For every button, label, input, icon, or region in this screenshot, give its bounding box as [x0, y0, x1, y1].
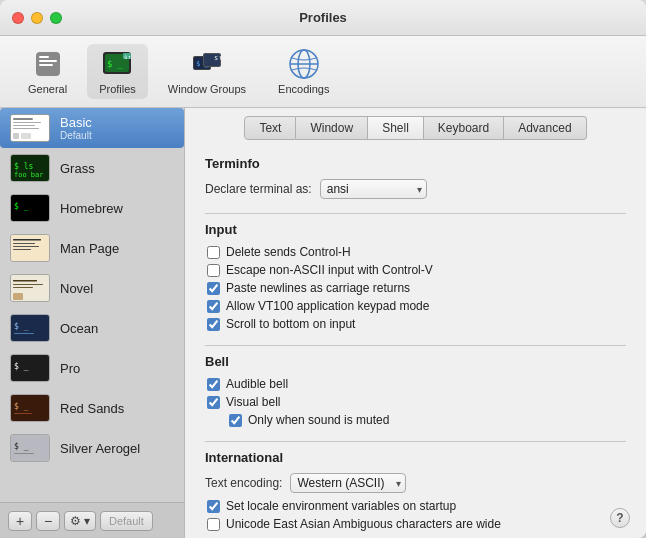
add-profile-button[interactable]: + — [8, 511, 32, 531]
unicode-asian-checkbox[interactable] — [207, 518, 220, 531]
svg-rect-34 — [13, 249, 31, 250]
profile-info-silveraerogel: Silver Aerogel — [60, 441, 140, 456]
minimize-button[interactable] — [31, 12, 43, 24]
window: Profiles General $ _ — [0, 0, 646, 538]
help-button[interactable]: ? — [610, 508, 630, 528]
toolbar-item-profiles[interactable]: $ _ s↑ Profiles — [87, 44, 148, 99]
toolbar: General $ _ s↑ Profiles $ _ — [0, 36, 646, 108]
profile-info-novel: Novel — [60, 281, 93, 296]
profile-name-ocean: Ocean — [60, 321, 98, 336]
window-groups-icon: $ _ s↑ — [191, 48, 223, 80]
profile-name-basic: Basic — [60, 115, 92, 130]
svg-rect-36 — [13, 280, 37, 282]
svg-text:$ _: $ _ — [14, 202, 29, 211]
profile-name-silveraerogel: Silver Aerogel — [60, 441, 140, 456]
encoding-label: Text encoding: — [205, 476, 282, 490]
svg-rect-22 — [13, 128, 39, 129]
svg-rect-3 — [39, 64, 53, 66]
svg-text:s↑: s↑ — [214, 54, 222, 62]
set-locale-checkbox[interactable] — [207, 500, 220, 513]
bell-section: Bell Audible bell Visual bell Only when … — [205, 354, 626, 427]
traffic-lights — [12, 12, 62, 24]
profile-item-silveraerogel[interactable]: $ _ Silver Aerogel — [0, 428, 184, 468]
declare-terminal-select[interactable]: ansi xterm xterm-256color vt100 — [320, 179, 427, 199]
title-bar: Profiles — [0, 0, 646, 36]
svg-text:$ _: $ _ — [14, 322, 29, 331]
toolbar-item-general[interactable]: General — [16, 44, 79, 99]
svg-text:$ _: $ _ — [14, 442, 29, 451]
checkbox-row-unicode-asian: Unicode East Asian Ambiguous characters … — [205, 517, 626, 531]
svg-rect-24 — [21, 133, 31, 139]
tab-keyboard[interactable]: Keyboard — [424, 116, 504, 140]
profile-item-novel[interactable]: Novel — [0, 268, 184, 308]
visual-bell-label: Visual bell — [226, 395, 280, 409]
svg-text:$ _: $ _ — [14, 402, 29, 411]
profile-info-homebrew: Homebrew — [60, 201, 123, 216]
main-panel: Text Window Shell Keyboard Advanced Term… — [185, 108, 646, 538]
tab-shell[interactable]: Shell — [368, 116, 424, 140]
profile-thumbnail-silveraerogel: $ _ — [10, 434, 50, 462]
only-muted-checkbox[interactable] — [229, 414, 242, 427]
paste-newlines-label: Paste newlines as carriage returns — [226, 281, 410, 295]
profile-item-manpage[interactable]: Man Page — [0, 228, 184, 268]
svg-rect-33 — [13, 246, 39, 247]
encoding-select[interactable]: Western (ASCII) Unicode (UTF-8) Japanese… — [290, 473, 406, 493]
audible-bell-checkbox[interactable] — [207, 378, 220, 391]
bell-title: Bell — [205, 354, 626, 369]
paste-newlines-checkbox[interactable] — [207, 282, 220, 295]
svg-text:foo bar: foo bar — [14, 171, 44, 179]
svg-rect-20 — [13, 122, 41, 123]
profile-name-novel: Novel — [60, 281, 93, 296]
profile-item-grass[interactable]: $ ls foo bar Grass — [0, 148, 184, 188]
profile-name-grass: Grass — [60, 161, 95, 176]
profile-item-basic[interactable]: Basic Default — [0, 108, 184, 148]
checkbox-row-escape: Escape non-ASCII input with Control-V — [205, 263, 626, 277]
toolbar-item-encodings[interactable]: Encodings — [266, 44, 341, 99]
profile-thumbnail-grass: $ ls foo bar — [10, 154, 50, 182]
separator-1 — [205, 213, 626, 214]
checkbox-row-locale: Set locale environment variables on star… — [205, 499, 626, 513]
profile-item-homebrew[interactable]: $ _ Homebrew — [0, 188, 184, 228]
terminfo-section: Terminfo Declare terminal as: ansi xterm… — [205, 156, 626, 199]
tab-window[interactable]: Window — [296, 116, 368, 140]
profile-info-pro: Pro — [60, 361, 80, 376]
profile-info-manpage: Man Page — [60, 241, 119, 256]
allow-vt100-checkbox[interactable] — [207, 300, 220, 313]
toolbar-item-window-groups[interactable]: $ _ s↑ Window Groups — [156, 44, 258, 99]
panel-content: Terminfo Declare terminal as: ansi xterm… — [185, 140, 646, 538]
svg-rect-39 — [13, 293, 23, 300]
tab-text[interactable]: Text — [244, 116, 296, 140]
profile-name-homebrew: Homebrew — [60, 201, 123, 216]
default-button[interactable]: Default — [100, 511, 153, 531]
profile-thumbnail-basic — [10, 114, 50, 142]
profile-thumbnail-pro: $ _ — [10, 354, 50, 382]
maximize-button[interactable] — [50, 12, 62, 24]
checkbox-row-vt100: Allow VT100 application keypad mode — [205, 299, 626, 313]
international-section: International Text encoding: Western (AS… — [205, 450, 626, 531]
escape-non-ascii-checkbox[interactable] — [207, 264, 220, 277]
profile-item-pro[interactable]: $ _ Pro — [0, 348, 184, 388]
close-button[interactable] — [12, 12, 24, 24]
visual-bell-checkbox[interactable] — [207, 396, 220, 409]
svg-text:s↑: s↑ — [124, 53, 131, 60]
svg-text:$ _: $ _ — [14, 362, 29, 371]
delete-sends-label: Delete sends Control-H — [226, 245, 351, 259]
profile-info-ocean: Ocean — [60, 321, 98, 336]
profile-item-redsands[interactable]: $ _ Red Sands — [0, 388, 184, 428]
scroll-bottom-checkbox[interactable] — [207, 318, 220, 331]
checkbox-row-paste: Paste newlines as carriage returns — [205, 281, 626, 295]
profile-info-redsands: Red Sands — [60, 401, 124, 416]
profile-thumbnail-ocean: $ _ — [10, 314, 50, 342]
remove-profile-button[interactable]: − — [36, 511, 60, 531]
delete-sends-checkbox[interactable] — [207, 246, 220, 259]
tab-advanced[interactable]: Advanced — [504, 116, 586, 140]
set-locale-label: Set locale environment variables on star… — [226, 499, 456, 513]
profile-item-ocean[interactable]: $ _ Ocean — [0, 308, 184, 348]
svg-text:$ _: $ _ — [107, 59, 124, 69]
profile-name-pro: Pro — [60, 361, 80, 376]
svg-rect-37 — [13, 284, 43, 285]
checkbox-row-only-muted: Only when sound is muted — [205, 413, 626, 427]
profile-list: Basic Default $ ls foo bar Grass — [0, 108, 184, 502]
sidebar: Basic Default $ ls foo bar Grass — [0, 108, 185, 538]
gear-menu-button[interactable]: ⚙ ▾ — [64, 511, 96, 531]
